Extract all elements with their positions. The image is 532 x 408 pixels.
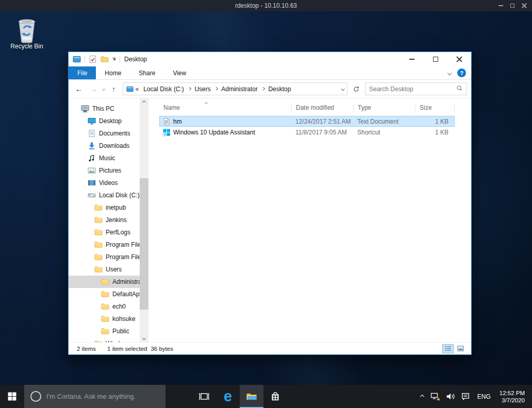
nav-item-perflogs[interactable]: PerfLogs <box>69 226 140 239</box>
breadcrumb-chevron-icon[interactable] <box>214 87 218 90</box>
scroll-down-icon[interactable] <box>140 334 148 342</box>
nav-item-videos[interactable]: Videos <box>69 177 140 189</box>
close-icon <box>456 56 462 62</box>
breadcrumb-chevron-icon[interactable] <box>188 87 191 90</box>
cortana-search-input[interactable] <box>46 393 159 400</box>
nav-item-jenkins[interactable]: Jenkins <box>69 214 140 226</box>
volume-icon[interactable] <box>445 392 456 401</box>
nav-item-public[interactable]: Public <box>69 325 140 337</box>
rdesktop-close-icon[interactable] <box>522 3 527 8</box>
collapse-ribbon-icon[interactable] <box>447 71 452 75</box>
breadcrumb-item-users[interactable]: Users <box>192 86 213 93</box>
nav-item-pictures[interactable]: Pictures <box>69 164 140 177</box>
tab-share[interactable]: Share <box>130 66 164 79</box>
address-dropdown-icon[interactable] <box>341 87 344 90</box>
desktop-icon <box>88 117 96 125</box>
ribbon-tab-bar: FileHomeShareView ? <box>69 66 471 80</box>
new-folder-icon[interactable] <box>101 55 109 63</box>
address-bar[interactable]: « Local Disk (C:)UsersAdministratorDeskt… <box>123 82 348 95</box>
nav-item-label: DefaultAppPo <box>112 291 140 298</box>
scroll-up-icon[interactable] <box>140 98 148 106</box>
details-view-button[interactable] <box>442 344 454 353</box>
refresh-button[interactable] <box>350 82 362 95</box>
properties-icon[interactable] <box>89 55 97 63</box>
taskbar-file-explorer-button[interactable] <box>240 385 263 408</box>
nav-item-documents[interactable]: Documents <box>69 127 140 140</box>
taskbar-store-button[interactable] <box>263 385 287 408</box>
address-toolbar: ← → ↑ « Local Disk (C:)UsersAdministrato… <box>69 80 471 98</box>
file-name: Windows 10 Update Assistant <box>173 129 255 136</box>
file-date: 12/24/2017 2:51 AM <box>292 118 354 125</box>
tray-overflow-icon[interactable] <box>420 394 424 398</box>
breadcrumb-item-local-disk-c[interactable]: Local Disk (C:) <box>141 86 187 93</box>
breadcrumb-overflow[interactable]: « <box>135 86 140 93</box>
nav-item-label: This PC <box>92 105 114 112</box>
nav-item-windows[interactable]: Windows <box>69 337 140 342</box>
nav-item-label: Pictures <box>99 167 121 174</box>
taskbar-clock[interactable]: 12:52 PM 3/7/2020 <box>500 389 525 404</box>
rdesktop-maximize-icon[interactable] <box>510 4 514 8</box>
file-type: Text Document <box>354 118 415 125</box>
windows-logo-icon <box>8 392 16 401</box>
file-list-pane: NameDate modifiedTypeSize hm12/24/2017 2… <box>148 98 471 342</box>
breadcrumb-item-desktop[interactable]: Desktop <box>265 86 293 93</box>
nav-item-kohsuke[interactable]: kohsuke <box>69 313 140 325</box>
nav-item-downloads[interactable]: Downloads <box>69 140 140 152</box>
nav-item-program-files[interactable]: Program Files ( <box>69 251 140 263</box>
nav-item-label: Downloads <box>99 142 129 149</box>
taskbar-task-view-button[interactable] <box>192 385 216 408</box>
nav-item-defaultapppo[interactable]: DefaultAppPo <box>69 288 140 300</box>
nav-item-label: Public <box>112 328 129 335</box>
nav-scrollbar[interactable] <box>140 98 148 342</box>
nav-item-program-files[interactable]: Program Files <box>69 239 140 251</box>
language-indicator[interactable]: ENG <box>477 393 491 400</box>
customize-toolbar-icon[interactable] <box>112 58 116 61</box>
recent-locations-icon[interactable] <box>102 87 105 90</box>
forward-button[interactable]: → <box>88 83 100 95</box>
network-warning-icon[interactable] <box>430 392 441 401</box>
column-header-name[interactable]: Name <box>159 103 292 112</box>
explorer-titlebar[interactable]: Desktop <box>69 52 471 66</box>
column-header-type[interactable]: Type <box>354 103 415 112</box>
tab-view[interactable]: View <box>164 66 195 79</box>
rdesktop-minimize-icon[interactable] <box>498 5 503 6</box>
search-input[interactable] <box>369 86 456 93</box>
tab-home[interactable]: Home <box>96 66 130 79</box>
breadcrumb-item-administrator[interactable]: Administrator <box>219 86 260 93</box>
recycle-bin-shortcut[interactable]: Recycle Bin <box>3 15 51 50</box>
explorer-maximize-button[interactable] <box>424 52 447 66</box>
taskbar-edge-button[interactable]: e <box>216 385 240 408</box>
nav-item-ech0[interactable]: ech0 <box>69 300 140 313</box>
nav-item-local-disk-c[interactable]: Local Disk (C:) <box>69 189 140 201</box>
search-box <box>365 82 467 95</box>
nav-item-users[interactable]: Users <box>69 263 140 276</box>
large-icons-view-button[interactable] <box>455 344 466 353</box>
up-button[interactable]: ↑ <box>108 83 120 95</box>
explorer-minimize-button[interactable] <box>400 52 424 66</box>
column-header-date-modified[interactable]: Date modified <box>292 103 354 112</box>
selection-count: 1 item selected <box>107 346 147 352</box>
folder-icon <box>101 327 109 335</box>
nav-item-desktop[interactable]: Desktop <box>69 115 140 127</box>
breadcrumb-chevron-icon[interactable] <box>261 87 264 90</box>
scrollbar-track[interactable] <box>140 106 148 334</box>
nav-item-this-pc[interactable]: This PC <box>69 103 140 115</box>
navigation-pane: This PCDesktopDocumentsDownloadsMusicPic… <box>69 98 140 342</box>
tab-file[interactable]: File <box>69 66 96 79</box>
start-button[interactable] <box>0 385 24 408</box>
explorer-close-button[interactable] <box>447 52 471 66</box>
back-button[interactable]: ← <box>73 83 85 95</box>
nav-item-inetpub[interactable]: inetpub <box>69 201 140 214</box>
help-icon[interactable]: ? <box>457 69 466 77</box>
file-row-hm[interactable]: hm12/24/2017 2:51 AMText Document1 KB <box>159 116 455 127</box>
scrollbar-thumb[interactable] <box>140 178 148 310</box>
cortana-search-box[interactable] <box>24 385 165 408</box>
nav-item-label: Videos <box>99 179 118 186</box>
column-header-size[interactable]: Size <box>415 103 455 112</box>
action-center-icon[interactable] <box>460 392 471 401</box>
search-icon[interactable] <box>456 85 463 93</box>
file-row-windows-10-update-assistant[interactable]: Windows 10 Update Assistant11/8/2017 9:0… <box>159 127 455 138</box>
nav-item-music[interactable]: Music <box>69 152 140 164</box>
nav-item-administrato[interactable]: Administrato <box>69 276 140 288</box>
nav-item-label: Users <box>106 266 122 273</box>
